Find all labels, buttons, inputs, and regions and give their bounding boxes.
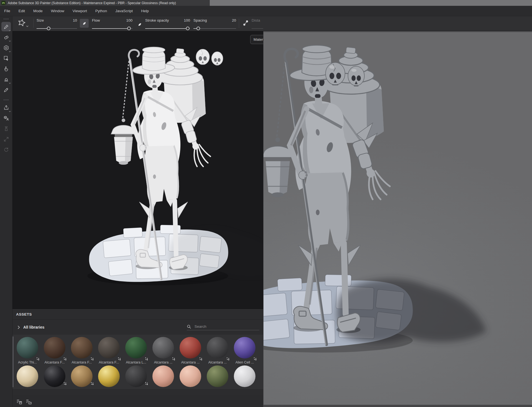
tool-button[interactable]: [1, 75, 11, 84]
material-item[interactable]: Alcantara ...: [179, 337, 201, 364]
menu-item[interactable]: Viewport: [68, 6, 91, 16]
spacing-value[interactable]: 20: [232, 18, 236, 22]
menu-item[interactable]: File: [0, 6, 14, 16]
menu-item[interactable]: Window: [47, 6, 68, 16]
chevron-down-icon: [9, 40, 11, 42]
material-item[interactable]: [206, 365, 229, 389]
flow-value[interactable]: 100: [126, 18, 132, 22]
tool-button[interactable]: [1, 43, 11, 52]
material-item[interactable]: Alcantara F...: [98, 337, 120, 364]
tool-button[interactable]: [1, 103, 11, 112]
menu-item[interactable]: Help: [137, 6, 153, 16]
viewport-3d-left[interactable]: Mater: [12, 31, 263, 308]
toolbar-separator: [33, 19, 34, 28]
brush-stamp-icon[interactable]: [17, 18, 26, 27]
asset-list-folder-icon[interactable]: [26, 399, 32, 405]
material-thumbnail: [234, 365, 255, 387]
material-label: Alcantara L...: [125, 360, 147, 364]
menu-item[interactable]: Mode: [29, 6, 47, 16]
viewport-3d-right[interactable]: [263, 31, 532, 407]
material-item[interactable]: [179, 365, 201, 389]
chevron-down-icon: [9, 111, 11, 112]
app-icon: Pt: [1, 1, 6, 5]
material-item[interactable]: Alcantara ...: [152, 337, 174, 364]
distance-slider[interactable]: [252, 28, 263, 29]
materials-grid: Acrylic Thi... Alcantara F... Alcantara …: [12, 335, 263, 389]
stroke-opacity-value[interactable]: 100: [184, 18, 190, 22]
material-label: Alcantara F...: [98, 360, 120, 364]
material-item[interactable]: [98, 365, 120, 389]
chevron-right-icon[interactable]: [17, 326, 20, 329]
flow-slider-knob[interactable]: [127, 27, 131, 30]
menu-item[interactable]: JavaScript: [111, 6, 137, 16]
paint-brush-icon: [3, 24, 9, 30]
tool-button[interactable]: [1, 32, 11, 42]
material-type-badge-icon: [64, 357, 65, 358]
stroke-opacity-slider-knob[interactable]: [186, 27, 190, 30]
spacing-slider-knob[interactable]: [196, 27, 200, 30]
material-label: Alcantara F...: [71, 360, 93, 364]
tool-sidebar: [0, 16, 12, 407]
size-label: Size: [37, 18, 44, 22]
material-item[interactable]: Alien Cell ...: [234, 337, 256, 364]
tool-button[interactable]: [1, 113, 11, 123]
material-item[interactable]: [16, 365, 39, 389]
assets-search[interactable]: [187, 324, 259, 330]
material-item[interactable]: Acrylic Thi...: [16, 337, 39, 364]
tool-button[interactable]: [1, 64, 11, 73]
material-item[interactable]: Alcantara F...: [71, 337, 93, 364]
asset-list-save-icon[interactable]: [16, 399, 22, 405]
menu-item[interactable]: Edit: [14, 6, 29, 16]
material-item[interactable]: [234, 365, 256, 389]
toolbar-grip-handle[interactable]: [4, 19, 9, 19]
all-libraries-label[interactable]: All libraries: [23, 325, 44, 329]
menu-item[interactable]: Python: [91, 6, 111, 16]
brush-toolbar: Size 10 Flow 100 Stroke opacity 100 Spac…: [0, 16, 532, 31]
stroke-opacity-slider[interactable]: [145, 28, 190, 29]
material-type-badge-icon: [145, 382, 146, 383]
tool-button[interactable]: [1, 53, 11, 63]
fullscreen-icon: [3, 136, 9, 142]
stroke-opacity-slider-group: Stroke opacity 100: [145, 18, 190, 30]
materials-scrollbar[interactable]: [12, 336, 14, 387]
size-value[interactable]: 10: [73, 18, 77, 22]
distance-label: Dista: [252, 18, 260, 22]
material-type-badge-icon: [37, 357, 37, 358]
material-mode-button[interactable]: Mater: [250, 35, 263, 44]
material-thumbnail: [152, 365, 174, 387]
spacing-slider[interactable]: [193, 28, 236, 29]
assets-footer: [12, 395, 263, 407]
size-pressure-toggle[interactable]: [80, 19, 89, 28]
material-item[interactable]: [44, 365, 66, 389]
material-label: Alcantara ...: [179, 360, 201, 364]
assets-panel: ASSETS All libraries Acry: [12, 308, 263, 407]
material-thumbnail: [125, 337, 147, 359]
reload-icon: [3, 147, 9, 153]
brush-stamp-chevron-icon[interactable]: [26, 25, 29, 27]
flow-pressure-toggle[interactable]: [137, 22, 142, 27]
tool-button[interactable]: [1, 22, 11, 31]
size-slider-knob[interactable]: [47, 27, 50, 30]
material-item[interactable]: [71, 365, 93, 389]
material-thumbnail: [44, 365, 65, 387]
chevron-down-icon: [9, 30, 11, 31]
material-item[interactable]: [125, 365, 147, 389]
floating-skulls: [323, 59, 367, 93]
material-item[interactable]: Alcantara L...: [125, 337, 147, 364]
tool-button[interactable]: [1, 145, 11, 154]
material-type-badge-icon: [145, 357, 146, 358]
tool-button[interactable]: [1, 124, 11, 133]
stroke-opacity-label: Stroke opacity: [145, 18, 169, 22]
spacing-slider-group: Spacing 20: [193, 18, 236, 30]
tool-button[interactable]: [1, 85, 11, 94]
tool-button[interactable]: [1, 134, 11, 144]
spacing-pattern-icon[interactable]: [242, 19, 249, 27]
search-input[interactable]: [194, 324, 259, 329]
material-item[interactable]: [152, 365, 174, 389]
toolbar-grip-handle[interactable]: [4, 99, 9, 100]
material-mode-label: Mater: [254, 37, 263, 42]
flow-slider[interactable]: [92, 28, 132, 29]
material-item[interactable]: Alcantara ...: [206, 337, 229, 364]
material-item[interactable]: Alcantara F...: [44, 337, 66, 364]
size-slider[interactable]: [37, 28, 77, 29]
